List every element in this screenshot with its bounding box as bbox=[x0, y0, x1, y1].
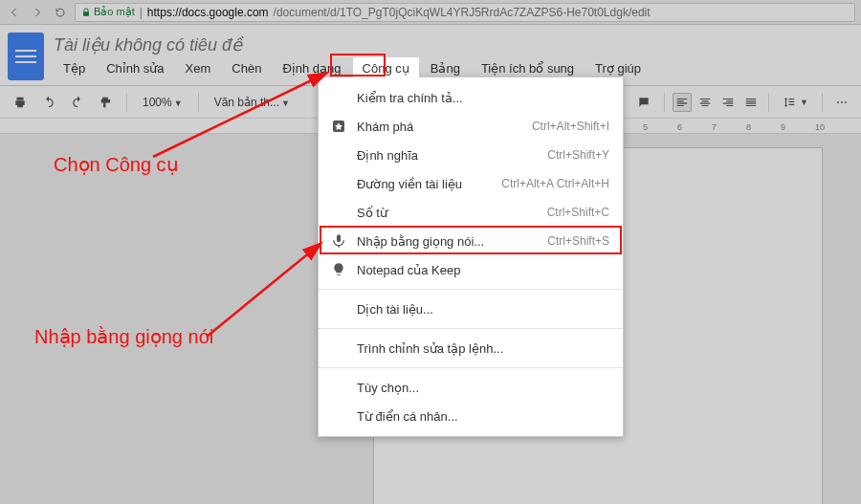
annotation-2: Nhập bằng giọng nói bbox=[34, 325, 213, 348]
url-path: /document/d/1TO_PgT0jQciKqWL4YRJ5RrdAc7Z… bbox=[274, 6, 651, 19]
menu-item-translate[interactable]: Dịch tài liệu... bbox=[319, 295, 623, 323]
menu-view[interactable]: Xem bbox=[176, 57, 221, 79]
menu-separator bbox=[319, 289, 623, 290]
divider bbox=[126, 93, 127, 112]
menu-item-personal-dictionary[interactable]: Từ điển cá nhân... bbox=[319, 402, 623, 430]
align-right-button[interactable] bbox=[718, 93, 738, 112]
menu-file[interactable]: Tệp bbox=[54, 57, 95, 79]
line-spacing-button[interactable]: ▼ bbox=[777, 92, 814, 113]
explore-icon bbox=[330, 118, 347, 135]
document-title[interactable]: Tài liệu không có tiêu đề bbox=[54, 25, 861, 57]
divider bbox=[822, 93, 823, 112]
divider bbox=[664, 93, 665, 112]
tools-menu: Kiểm tra chính tả... Khám phá Ctrl+Alt+S… bbox=[318, 77, 624, 437]
redo-button[interactable] bbox=[65, 92, 90, 113]
menu-edit[interactable]: Chỉnh sửa bbox=[97, 57, 173, 79]
menu-insert[interactable]: Chèn bbox=[222, 57, 271, 79]
more-button[interactable]: ⋯ bbox=[830, 92, 853, 113]
menu-item-define[interactable]: Định nghĩa Ctrl+Shift+Y bbox=[319, 141, 623, 169]
print-button[interactable] bbox=[8, 92, 33, 113]
comment-button[interactable] bbox=[631, 92, 656, 113]
align-justify-button[interactable] bbox=[741, 93, 761, 112]
align-center-button[interactable] bbox=[695, 93, 715, 112]
menu-item-voice-typing[interactable]: Nhập bằng giọng nói... Ctrl+Shift+S bbox=[319, 227, 623, 255]
lock-icon: Bảo mật bbox=[81, 6, 135, 18]
mic-icon bbox=[330, 232, 347, 250]
menu-item-preferences[interactable]: Tùy chọn... bbox=[319, 373, 623, 402]
forward-button[interactable] bbox=[29, 4, 46, 21]
menu-item-explore[interactable]: Khám phá Ctrl+Alt+Shift+I bbox=[319, 112, 623, 141]
docs-logo-icon[interactable] bbox=[8, 33, 44, 80]
menu-item-keep-notepad[interactable]: Notepad của Keep bbox=[319, 255, 623, 284]
url-host: https://docs.google.com bbox=[147, 6, 269, 19]
menu-tools[interactable]: Công cụ bbox=[353, 57, 419, 79]
menu-item-wordcount[interactable]: Số từ Ctrl+Shift+C bbox=[319, 198, 623, 227]
paint-format-button[interactable] bbox=[94, 92, 119, 113]
reload-button[interactable] bbox=[52, 4, 69, 21]
back-button[interactable] bbox=[6, 4, 23, 21]
url-field[interactable]: Bảo mật | https://docs.google.com/docume… bbox=[75, 3, 855, 22]
zoom-selector[interactable]: 100%▼ bbox=[135, 92, 190, 113]
divider bbox=[768, 93, 769, 112]
bulb-icon bbox=[330, 261, 347, 278]
menu-item-spellcheck[interactable]: Kiểm tra chính tả... bbox=[319, 83, 623, 112]
divider bbox=[198, 93, 199, 112]
browser-address-bar: Bảo mật | https://docs.google.com/docume… bbox=[0, 0, 861, 25]
align-left-button[interactable] bbox=[673, 93, 692, 112]
menu-item-script-editor[interactable]: Trình chỉnh sửa tập lệnh... bbox=[319, 334, 623, 362]
menu-separator bbox=[319, 367, 623, 368]
paragraph-style-selector[interactable]: Văn bản th...▼ bbox=[207, 92, 298, 113]
menu-item-outline[interactable]: Đường viền tài liệu Ctrl+Alt+A Ctrl+Alt+… bbox=[319, 169, 623, 198]
secure-label: Bảo mật bbox=[94, 6, 135, 18]
menu-separator bbox=[319, 328, 623, 329]
undo-button[interactable] bbox=[36, 92, 61, 113]
annotation-1: Chọn Công cụ bbox=[54, 153, 179, 176]
